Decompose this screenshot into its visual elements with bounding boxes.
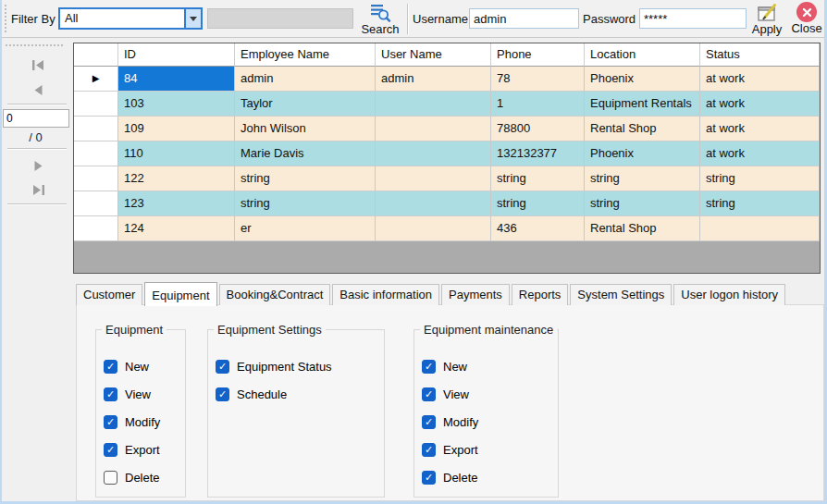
cell-employee-name[interactable]: John Wilson xyxy=(235,117,376,141)
move-next-button[interactable] xyxy=(25,154,51,177)
tab-user-logon-history[interactable]: User logon history xyxy=(673,284,785,305)
cell-phone[interactable]: 78 xyxy=(491,67,585,92)
checkbox-row[interactable]: View xyxy=(104,387,151,401)
cell-status[interactable]: at work xyxy=(700,117,820,141)
password-input[interactable] xyxy=(639,8,747,29)
cell-employee-name[interactable]: string xyxy=(235,191,376,216)
checkbox-row[interactable]: View xyxy=(422,387,469,401)
cell-user-name[interactable]: admin xyxy=(376,67,491,92)
filter-text-input[interactable] xyxy=(207,8,353,29)
checkbox-row[interactable]: Delete xyxy=(104,470,160,485)
checkbox-icon[interactable] xyxy=(422,415,436,429)
tab-equipment[interactable]: Equipment xyxy=(144,282,216,306)
close-button[interactable]: Close xyxy=(787,1,826,37)
cell-employee-name[interactable]: Taylor xyxy=(235,92,376,117)
checkbox-row[interactable]: Modify xyxy=(104,414,160,429)
cell-status[interactable]: string xyxy=(700,166,820,191)
column-header-user-name[interactable]: User Name xyxy=(376,43,491,67)
cell-status[interactable]: at work xyxy=(700,92,820,117)
checkbox-row[interactable]: New xyxy=(422,359,467,374)
cell-phone[interactable]: 132132377 xyxy=(491,141,585,166)
cell-user-name[interactable] xyxy=(376,92,491,117)
cell-phone[interactable]: 436 xyxy=(491,216,585,241)
row-header[interactable] xyxy=(74,92,118,117)
cell-phone[interactable]: string xyxy=(491,166,585,191)
cell-employee-name[interactable]: Marie Davis xyxy=(235,141,376,166)
checkbox-icon[interactable] xyxy=(104,415,117,429)
checkbox-icon[interactable] xyxy=(216,360,229,374)
cell-phone[interactable]: string xyxy=(491,191,585,216)
checkbox-row[interactable]: Export xyxy=(104,442,160,457)
navigator-grip[interactable] xyxy=(6,44,65,46)
tab-system-settings[interactable]: System Settings xyxy=(570,284,672,305)
cell-phone[interactable]: 78800 xyxy=(491,117,585,141)
cell-status[interactable]: string xyxy=(700,191,820,216)
row-header[interactable] xyxy=(74,117,118,141)
grid-corner-header[interactable] xyxy=(74,43,118,67)
cell-id[interactable]: 124 xyxy=(118,216,235,241)
checkbox-row[interactable]: Export xyxy=(422,442,478,457)
row-header[interactable] xyxy=(74,166,118,191)
move-first-button[interactable] xyxy=(25,54,51,76)
checkbox-row[interactable]: Modify xyxy=(422,414,478,429)
checkbox-icon[interactable] xyxy=(104,443,117,457)
tab-customer[interactable]: Customer xyxy=(76,284,142,305)
username-input[interactable] xyxy=(469,8,579,29)
cell-user-name[interactable] xyxy=(376,191,491,216)
tab-payments[interactable]: Payments xyxy=(441,284,510,305)
search-button[interactable]: Search xyxy=(356,1,404,37)
cell-location[interactable]: Phoenix xyxy=(585,141,700,166)
cell-status[interactable]: at work xyxy=(700,141,820,166)
cell-user-name[interactable] xyxy=(376,117,491,141)
checkbox-icon[interactable] xyxy=(422,471,436,485)
row-header[interactable] xyxy=(74,216,118,241)
column-header-phone[interactable]: Phone xyxy=(491,43,585,67)
tab-booking-contract[interactable]: Booking&Contract xyxy=(219,284,331,305)
cell-id[interactable]: 103 xyxy=(118,92,235,117)
cell-location[interactable]: Equipment Rentals xyxy=(585,92,700,117)
cell-id[interactable]: 123 xyxy=(118,191,235,216)
column-header-id[interactable]: ID xyxy=(118,43,235,67)
dropdown-button[interactable] xyxy=(184,9,201,28)
cell-id[interactable]: 122 xyxy=(118,166,235,191)
cell-phone[interactable]: 1 xyxy=(491,92,585,117)
cell-id[interactable]: 84 xyxy=(118,67,235,92)
checkbox-icon[interactable] xyxy=(216,387,229,401)
row-header-current[interactable]: ▶ xyxy=(74,67,118,92)
apply-button[interactable]: Apply xyxy=(747,1,786,37)
row-header[interactable] xyxy=(74,191,118,216)
checkbox-row[interactable]: Delete xyxy=(422,470,478,485)
cell-status[interactable] xyxy=(700,216,820,241)
cell-user-name[interactable] xyxy=(376,216,491,241)
filter-by-dropdown[interactable]: All xyxy=(58,7,203,30)
checkbox-icon[interactable] xyxy=(422,443,436,457)
cell-status[interactable]: at work xyxy=(700,67,820,92)
cell-user-name[interactable] xyxy=(376,141,491,166)
cell-employee-name[interactable]: string xyxy=(235,166,376,191)
checkbox-row[interactable]: New xyxy=(104,359,149,374)
checkbox-icon[interactable] xyxy=(422,387,436,401)
checkbox-icon[interactable] xyxy=(104,360,117,374)
checkbox-row[interactable]: Schedule xyxy=(216,387,287,401)
tab-basic-information[interactable]: Basic information xyxy=(332,284,439,305)
record-position-input[interactable] xyxy=(3,109,69,128)
cell-location[interactable]: Rental Shop xyxy=(585,117,700,141)
cell-employee-name[interactable]: er xyxy=(235,216,376,241)
cell-location[interactable]: string xyxy=(585,166,700,191)
checkbox-icon[interactable] xyxy=(104,471,117,485)
move-previous-button[interactable] xyxy=(25,79,51,101)
cell-location[interactable]: string xyxy=(585,191,700,216)
cell-location[interactable]: Phoenix xyxy=(585,67,700,92)
checkbox-row[interactable]: Equipment Status xyxy=(216,359,332,374)
toolbar-grip[interactable] xyxy=(5,5,6,33)
row-header[interactable] xyxy=(74,141,118,166)
move-last-button[interactable] xyxy=(25,178,51,201)
cell-id[interactable]: 109 xyxy=(118,117,235,141)
column-header-employee-name[interactable]: Employee Name xyxy=(235,43,376,67)
tab-reports[interactable]: Reports xyxy=(512,284,569,305)
column-header-location[interactable]: Location xyxy=(585,43,700,67)
cell-id[interactable]: 110 xyxy=(118,141,235,166)
checkbox-icon[interactable] xyxy=(104,387,117,401)
checkbox-icon[interactable] xyxy=(422,360,436,374)
cell-employee-name[interactable]: admin xyxy=(235,67,376,92)
